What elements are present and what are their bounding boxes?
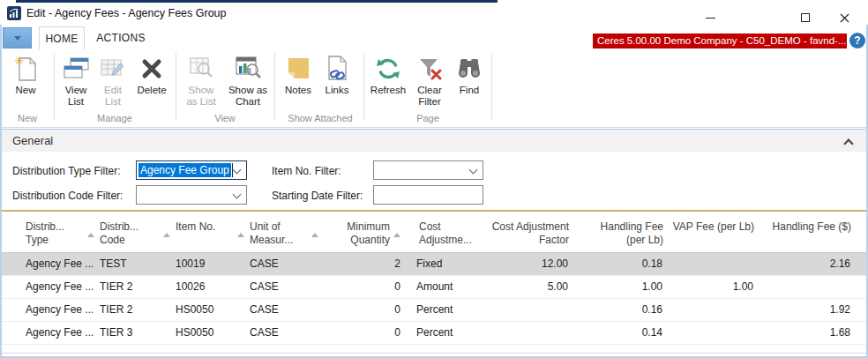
view-list-icon <box>61 54 91 84</box>
links-icon <box>322 54 352 84</box>
table-cell[interactable] <box>756 276 853 298</box>
chevron-down-icon[interactable] <box>469 167 476 174</box>
clear-filter-button[interactable]: Clear Filter <box>409 51 450 108</box>
table-cell[interactable]: 0.18 <box>571 253 665 275</box>
table-cell[interactable]: CASE <box>247 299 321 321</box>
item-no-filter-combobox[interactable] <box>373 160 483 180</box>
column-header-label: Unit of Measur... <box>247 220 293 247</box>
ribbon-tab-strip: HOME ACTIONS Ceres 5.00.00 Demo Company … <box>0 25 868 49</box>
table-cell[interactable]: 0 <box>321 299 403 321</box>
find-button[interactable]: Find <box>450 51 489 96</box>
tab-actions[interactable]: ACTIONS <box>90 26 152 49</box>
minimize-icon <box>706 18 715 19</box>
close-button[interactable] <box>831 10 857 26</box>
table-cell[interactable]: Percent <box>403 322 484 344</box>
table-cell[interactable]: 5.00 <box>484 276 571 298</box>
ribbon-group-label: New <box>4 113 51 123</box>
table-cell[interactable]: 2.16 <box>756 253 853 275</box>
table-cell[interactable]: TIER 2 <box>97 276 173 298</box>
column-header[interactable]: Handling Fee (per Lb) <box>571 212 665 252</box>
table-cell[interactable]: Agency Fee ... <box>23 322 97 344</box>
column-header[interactable]: Cost Adjustme... <box>403 212 484 252</box>
table-cell[interactable]: Agency Fee ... <box>23 299 97 321</box>
general-fasttab-header[interactable]: General <box>2 129 866 152</box>
table-cell[interactable]: TIER 2 <box>97 299 173 321</box>
table-cell[interactable]: Fixed <box>403 253 484 275</box>
chevron-down-icon[interactable] <box>233 191 240 198</box>
column-header[interactable]: Minimum Quantity <box>321 212 403 252</box>
chevron-down-icon[interactable] <box>233 167 240 174</box>
show-as-chart-button[interactable]: Show as Chart <box>224 51 272 108</box>
starting-date-filter-input[interactable] <box>373 185 483 205</box>
table-cell[interactable]: 1.68 <box>756 322 853 344</box>
table-cell[interactable]: 1.00 <box>665 276 756 298</box>
table-cell[interactable] <box>484 299 571 321</box>
table-cell[interactable]: 12.00 <box>484 253 571 275</box>
table-cell[interactable]: CASE <box>247 322 321 344</box>
delete-button[interactable]: Delete <box>131 51 173 96</box>
table-row[interactable]: Agency Fee ...TEST10019CASE2Fixed12.000.… <box>2 253 866 276</box>
column-header[interactable]: Distrib... Code <box>97 212 173 252</box>
table-cell[interactable]: 0.14 <box>571 322 665 344</box>
links-button[interactable]: Links <box>318 51 356 96</box>
column-header[interactable]: Distrib... Type <box>23 212 97 252</box>
table-row[interactable]: Agency Fee ...TIER 2HS0050CASE0Percent0.… <box>2 299 866 322</box>
tab-home[interactable]: HOME <box>39 26 85 49</box>
table-cell[interactable]: 1.92 <box>756 299 853 321</box>
new-button[interactable]: ✳ New <box>4 51 48 96</box>
agency-fees-grid: Distrib... TypeDistrib... CodeItem No.Un… <box>2 212 866 345</box>
maximize-button[interactable] <box>792 10 819 26</box>
ribbon-group-manage: View List Edit List <box>56 51 173 125</box>
table-cell[interactable]: 2 <box>321 253 403 275</box>
table-cell[interactable]: TEST <box>97 253 173 275</box>
table-cell[interactable]: Percent <box>403 299 484 321</box>
table-cell[interactable]: 1.00 <box>571 276 665 298</box>
ribbon-group-label: View <box>178 113 272 123</box>
notes-button[interactable]: Notes <box>279 51 318 96</box>
column-header[interactable]: Cost Adjustment Factor <box>484 212 571 252</box>
distribution-code-filter-combobox[interactable] <box>136 185 247 205</box>
table-cell[interactable]: 10026 <box>173 276 247 298</box>
table-cell[interactable]: HS0050 <box>173 299 247 321</box>
table-cell[interactable] <box>665 322 756 344</box>
collapse-chevron-icon[interactable] <box>845 138 852 145</box>
table-cell[interactable]: Amount <box>403 276 484 298</box>
table-cell[interactable] <box>665 253 756 275</box>
table-cell[interactable] <box>484 322 571 344</box>
delete-label: Delete <box>137 85 166 96</box>
ribbon: ✳ New New <box>0 49 868 128</box>
sort-ascending-icon <box>311 233 318 237</box>
clear-filter-icon <box>415 54 445 84</box>
column-header-label: Distrib... Code <box>97 220 138 247</box>
table-cell[interactable]: Agency Fee ... <box>23 253 97 275</box>
column-header[interactable]: Unit of Measur... <box>247 212 321 252</box>
table-cell[interactable]: 0.16 <box>571 299 665 321</box>
table-cell[interactable]: CASE <box>247 253 321 275</box>
table-cell[interactable]: TIER 3 <box>97 322 173 344</box>
refresh-label: Refresh <box>370 85 406 96</box>
help-button[interactable]: ? <box>849 33 865 48</box>
ribbon-separator <box>491 53 492 120</box>
ribbon-separator <box>363 53 364 120</box>
minimize-button[interactable] <box>697 10 723 26</box>
table-cell[interactable]: CASE <box>247 276 321 298</box>
table-cell[interactable]: HS0050 <box>173 322 247 344</box>
table-row[interactable]: Agency Fee ...TIER 210026CASE0Amount5.00… <box>2 276 866 299</box>
ribbon-group-view: Show as List Show a <box>178 51 272 125</box>
column-header[interactable]: VAP Fee (per Lb) <box>665 212 756 252</box>
svg-text:✳: ✳ <box>14 55 25 68</box>
table-cell[interactable]: 0 <box>321 276 403 298</box>
table-row[interactable]: Agency Fee ...TIER 3HS0050CASE0Percent0.… <box>2 322 866 345</box>
table-cell[interactable]: 10019 <box>173 253 247 275</box>
column-header[interactable]: Item No. <box>173 212 247 252</box>
table-cell[interactable]: Agency Fee ... <box>23 276 97 298</box>
show-as-chart-label: Show as Chart <box>228 85 267 108</box>
view-list-button[interactable]: View List <box>56 51 95 108</box>
filter-pane: Distribution Type Filter: Agency Fee Gro… <box>2 152 866 210</box>
table-cell[interactable]: 0 <box>321 322 403 344</box>
refresh-button[interactable]: Refresh <box>367 51 409 96</box>
distribution-type-filter-combobox[interactable]: Agency Fee Group <box>136 160 247 180</box>
system-menu-dropdown-button[interactable] <box>3 27 32 48</box>
column-header[interactable]: Handling Fee ($) <box>756 212 853 252</box>
table-cell[interactable] <box>665 299 756 321</box>
